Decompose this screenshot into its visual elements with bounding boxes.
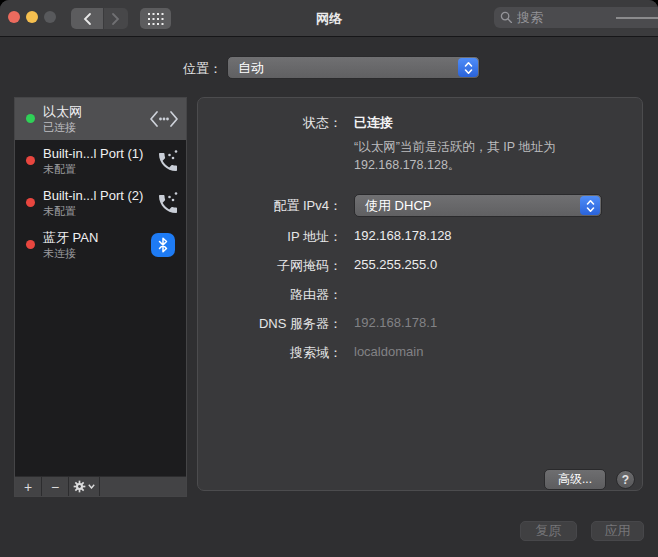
dns-server-value: 192.168.178.1: [354, 315, 437, 330]
location-popup-value: 自动: [238, 60, 264, 75]
popup-chevrons-icon: [458, 58, 478, 77]
configure-ipv4-label: 配置 IPv4：: [198, 197, 342, 215]
popup-chevrons-icon: [580, 196, 600, 215]
help-button[interactable]: ?: [616, 470, 635, 489]
search-icon: [500, 11, 513, 24]
apply-button[interactable]: 应用: [591, 521, 644, 541]
sidebar-item-text: 蓝牙 PAN 未连接: [43, 229, 98, 260]
service-status: 已连接: [43, 120, 82, 134]
chevron-down-icon: [88, 484, 95, 489]
configure-ipv4-value: 使用 DHCP: [365, 198, 431, 213]
search-domains-value: localdomain: [354, 344, 423, 359]
location-label: 位置：: [140, 60, 222, 78]
sidebar-item-text: Built-in...l Port (1) 未配置: [43, 145, 143, 176]
bluetooth-icon: [151, 224, 175, 266]
subnet-mask-label: 子网掩码：: [198, 257, 342, 275]
status-dot-green: [26, 114, 35, 123]
grid-icon: [148, 13, 164, 25]
services-sidebar: 以太网 已连接 Built-in...l Port (1) 未配置: [14, 97, 187, 497]
service-status: 未配置: [43, 162, 143, 176]
sidebar-item-builtin-port-1[interactable]: Built-in...l Port (1) 未配置: [15, 140, 186, 182]
sidebar-item-bluetooth-pan[interactable]: 蓝牙 PAN 未连接: [15, 224, 186, 266]
titlebar: 网络: [0, 0, 658, 37]
add-service-button[interactable]: +: [15, 477, 42, 496]
modem-icon: [156, 182, 180, 224]
sidebar-item-text: 以太网 已连接: [43, 103, 82, 134]
search-domains-label: 搜索域：: [198, 344, 342, 362]
sidebar-toolbar: + −: [15, 476, 186, 496]
subnet-mask-value: 255.255.255.0: [354, 257, 437, 272]
minus-icon: −: [51, 478, 59, 496]
service-status: 未连接: [43, 246, 98, 260]
search-field-divider: [616, 17, 658, 19]
status-description-line1: “以太网”当前是活跃的，其 IP 地址为: [354, 138, 624, 156]
dns-server-label: DNS 服务器：: [198, 315, 342, 333]
status-dot-red: [26, 156, 35, 165]
ip-address-value: 192.168.178.128: [354, 228, 452, 243]
router-label: 路由器：: [198, 286, 342, 304]
service-name: 以太网: [43, 103, 82, 120]
sidebar-item-builtin-port-2[interactable]: Built-in...l Port (2) 未配置: [15, 182, 186, 224]
modem-icon: [156, 140, 180, 182]
remove-service-button[interactable]: −: [42, 477, 69, 496]
sidebar-item-ethernet[interactable]: 以太网 已连接: [15, 98, 186, 140]
revert-button[interactable]: 复原: [520, 521, 577, 541]
service-name: Built-in...l Port (1): [43, 145, 143, 162]
location-popup[interactable]: 自动: [227, 56, 480, 79]
service-name: Built-in...l Port (2): [43, 187, 143, 204]
ethernet-icon: [148, 98, 180, 140]
search-input[interactable]: [517, 10, 617, 25]
zoom-button: [44, 11, 56, 23]
minimize-button[interactable]: [26, 11, 38, 23]
status-dot-red: [26, 240, 35, 249]
status-dot-red: [26, 198, 35, 207]
configure-ipv4-popup[interactable]: 使用 DHCP: [354, 194, 602, 217]
ip-address-label: IP 地址：: [198, 228, 342, 246]
status-description-line2: 192.168.178.128。: [354, 156, 624, 174]
action-menu-button[interactable]: [69, 477, 100, 496]
sidebar-item-text: Built-in...l Port (2) 未配置: [43, 187, 143, 218]
forward-button[interactable]: [104, 8, 128, 29]
close-button[interactable]: [8, 11, 20, 23]
advanced-button[interactable]: 高级...: [544, 469, 606, 490]
search-field[interactable]: [494, 7, 658, 28]
back-button[interactable]: [71, 8, 103, 29]
network-preferences-window: 网络 位置： 自动 以太网 已连接: [0, 0, 658, 557]
show-all-button[interactable]: [140, 8, 171, 29]
service-status: 未配置: [43, 204, 143, 218]
status-label: 状态：: [198, 114, 342, 132]
plus-icon: +: [24, 478, 32, 496]
chevron-left-icon: [82, 12, 92, 26]
service-name: 蓝牙 PAN: [43, 229, 98, 246]
status-value: 已连接: [354, 114, 393, 132]
gear-icon: [73, 480, 86, 493]
chevron-right-icon: [111, 12, 121, 26]
detail-panel: 状态： 已连接 “以太网”当前是活跃的，其 IP 地址为 192.168.178…: [197, 97, 643, 491]
